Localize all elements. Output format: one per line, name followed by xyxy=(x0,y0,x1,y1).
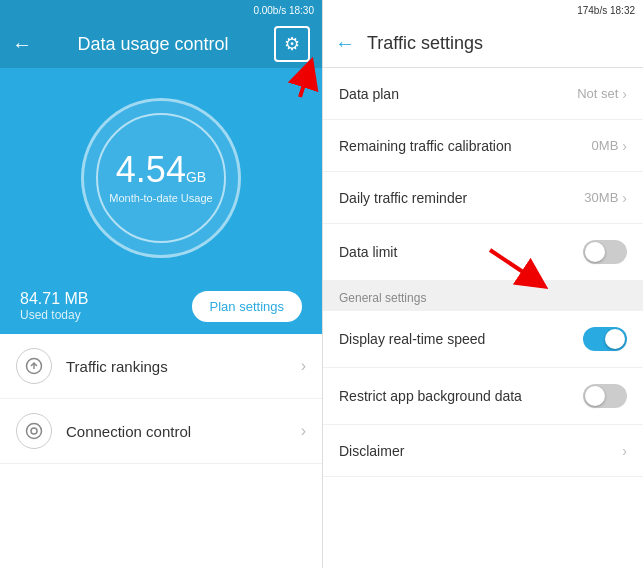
connection-control-chevron: › xyxy=(301,422,306,440)
remaining-calibration-chevron: › xyxy=(622,138,627,154)
data-limit-toggle[interactable] xyxy=(583,240,627,264)
app-container: 0.00b/s 18:30 ← Data usage control ⚙ 4.5… xyxy=(0,0,643,568)
usage-unit: GB xyxy=(186,169,206,185)
display-realtime-label: Display real-time speed xyxy=(339,331,583,347)
restrict-bg-toggle[interactable] xyxy=(583,384,627,408)
display-realtime-toggle-knob xyxy=(605,329,625,349)
used-today-label: Used today xyxy=(20,308,88,322)
usage-label: Month-to-date Usage xyxy=(109,192,212,204)
plan-settings-button[interactable]: Plan settings xyxy=(192,291,302,322)
remaining-calibration-label: Remaining traffic calibration xyxy=(339,138,592,154)
usage-circle-area: 4.54 GB Month-to-date Usage xyxy=(0,68,322,278)
settings-item-data-limit[interactable]: Data limit xyxy=(323,224,643,281)
settings-item-remaining-calibration[interactable]: Remaining traffic calibration 0MB › xyxy=(323,120,643,172)
daily-reminder-label: Daily traffic reminder xyxy=(339,190,584,206)
daily-reminder-value: 30MB xyxy=(584,190,618,205)
used-today-amount: 84.71 MB xyxy=(20,290,88,308)
svg-point-2 xyxy=(27,424,42,439)
usage-amount: 4.54 xyxy=(116,152,186,188)
connection-control-label: Connection control xyxy=(66,423,301,440)
data-plan-value: Not set xyxy=(577,86,618,101)
menu-item-connection-control[interactable]: Connection control › xyxy=(0,399,322,464)
back-button-right[interactable]: ← xyxy=(335,32,355,55)
gear-icon: ⚙ xyxy=(284,33,300,55)
right-panel: 174b/s 18:32 ← Traffic settings Data pla… xyxy=(322,0,643,568)
restrict-bg-label: Restrict app background data xyxy=(339,388,583,404)
data-plan-label: Data plan xyxy=(339,86,577,102)
display-realtime-toggle[interactable] xyxy=(583,327,627,351)
menu-list: Traffic rankings › Connection control › xyxy=(0,334,322,568)
settings-item-restrict-bg[interactable]: Restrict app background data xyxy=(323,368,643,425)
gear-button[interactable]: ⚙ xyxy=(274,26,310,62)
traffic-rankings-icon xyxy=(16,348,52,384)
settings-item-display-realtime[interactable]: Display real-time speed xyxy=(323,311,643,368)
status-bar-right-text: 174b/s 18:32 xyxy=(577,5,635,16)
status-bar-left: 0.00b/s 18:30 xyxy=(0,0,322,20)
status-bar-left-text: 0.00b/s 18:30 xyxy=(253,5,314,16)
data-limit-toggle-knob xyxy=(585,242,605,262)
settings-item-disclaimer[interactable]: Disclaimer › xyxy=(323,425,643,477)
settings-list: Data plan Not set › Remaining traffic ca… xyxy=(323,68,643,568)
daily-reminder-chevron: › xyxy=(622,190,627,206)
status-bar-right: 174b/s 18:32 xyxy=(323,0,643,20)
settings-item-daily-reminder[interactable]: Daily traffic reminder 30MB › xyxy=(323,172,643,224)
svg-point-3 xyxy=(31,428,37,434)
menu-item-traffic-rankings[interactable]: Traffic rankings › xyxy=(0,334,322,399)
used-today-block: 84.71 MB Used today xyxy=(20,290,88,322)
usage-today-row: 84.71 MB Used today Plan settings xyxy=(0,278,322,334)
usage-circle-inner: 4.54 GB Month-to-date Usage xyxy=(96,113,226,243)
back-button-left[interactable]: ← xyxy=(12,33,32,56)
usage-circle-outer: 4.54 GB Month-to-date Usage xyxy=(81,98,241,258)
disclaimer-chevron: › xyxy=(622,443,627,459)
general-settings-header: General settings xyxy=(323,281,643,311)
data-plan-chevron: › xyxy=(622,86,627,102)
left-panel-title: Data usage control xyxy=(77,34,228,55)
remaining-calibration-value: 0MB xyxy=(592,138,619,153)
disclaimer-label: Disclaimer xyxy=(339,443,622,459)
traffic-rankings-label: Traffic rankings xyxy=(66,358,301,375)
data-limit-label: Data limit xyxy=(339,244,583,260)
toolbar-left: ← Data usage control ⚙ xyxy=(0,20,322,68)
right-panel-title: Traffic settings xyxy=(367,33,483,54)
traffic-rankings-chevron: › xyxy=(301,357,306,375)
left-panel: 0.00b/s 18:30 ← Data usage control ⚙ 4.5… xyxy=(0,0,322,568)
toolbar-right: ← Traffic settings xyxy=(323,20,643,68)
restrict-bg-toggle-knob xyxy=(585,386,605,406)
connection-control-icon xyxy=(16,413,52,449)
settings-item-data-plan[interactable]: Data plan Not set › xyxy=(323,68,643,120)
